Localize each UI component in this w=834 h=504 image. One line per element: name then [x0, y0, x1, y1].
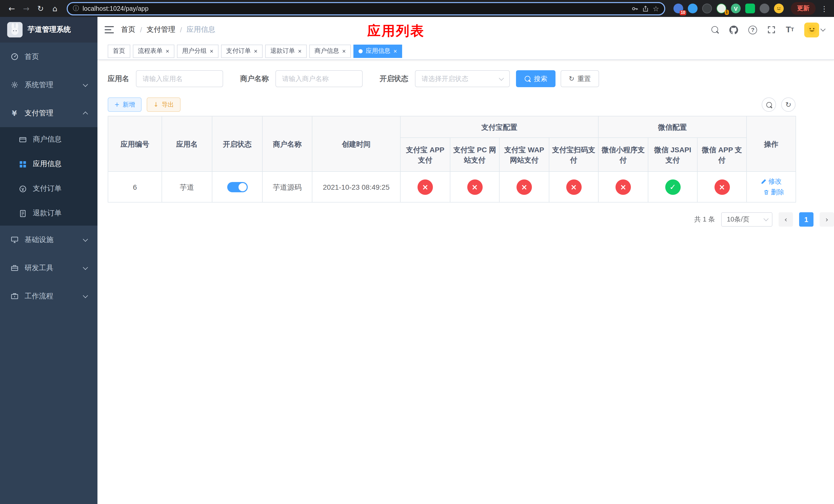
forward-icon[interactable]: →: [20, 2, 33, 15]
col-group-alipay: 支付宝配置: [400, 116, 598, 138]
close-icon[interactable]: ×: [254, 48, 258, 54]
cross-circle-icon: ×: [615, 179, 631, 194]
page-size-select[interactable]: 10条/页: [721, 212, 772, 227]
back-icon[interactable]: ←: [5, 2, 19, 15]
refresh-icon: ↻: [569, 75, 574, 83]
gear-icon: [10, 81, 19, 89]
app-header: 首页 / 支付管理 / 应用信息 应用列表 ? TT: [97, 17, 834, 43]
tab-merchant-info[interactable]: 商户信息 ×: [309, 44, 351, 58]
status-select[interactable]: 请选择开启状态: [415, 70, 510, 87]
export-button[interactable]: ↓ 导出: [147, 97, 180, 112]
alipay-qr-status-cell: ×: [549, 171, 598, 202]
profile-avatar[interactable]: [774, 4, 784, 13]
download-icon: ↓: [153, 101, 158, 108]
extension-icon[interactable]: 10: [674, 4, 683, 13]
tab-app-info[interactable]: 应用信息 ×: [353, 44, 402, 58]
header-search-icon[interactable]: [711, 26, 719, 34]
sidebar-item-pay-order[interactable]: 支付订单: [0, 176, 97, 201]
tab-home[interactable]: 首页: [108, 44, 130, 58]
search-icon: [766, 101, 772, 108]
edit-button[interactable]: 修改: [761, 176, 782, 186]
tab-pay-order[interactable]: 支付订单 ×: [221, 44, 263, 58]
share-icon[interactable]: [642, 5, 649, 12]
tab-user-group[interactable]: 用户分组 ×: [177, 44, 219, 58]
password-key-icon[interactable]: [632, 5, 639, 12]
delete-button[interactable]: 删除: [763, 187, 784, 197]
sidebar-item-label: 系统管理: [25, 80, 53, 90]
sidebar: 芋道管理系统 首页 系统管理 ¥ 支付管理 商户信息: [0, 17, 97, 504]
tab-process-form[interactable]: 流程表单 ×: [133, 44, 174, 58]
wechat-extension-icon[interactable]: [745, 4, 755, 13]
sidebar-collapse-icon[interactable]: [105, 26, 114, 33]
breadcrumb-home[interactable]: 首页: [121, 25, 135, 35]
col-actions: 操作: [747, 116, 796, 171]
app-logo: [7, 22, 23, 38]
vue-devtools-icon[interactable]: V: [731, 4, 741, 13]
search-button[interactable]: 搜索: [516, 70, 555, 87]
browser-menu-icon[interactable]: ⋮: [820, 4, 829, 13]
col-created: 创建时间: [312, 116, 400, 171]
breadcrumb-payment[interactable]: 支付管理: [147, 25, 175, 35]
close-icon[interactable]: ×: [393, 48, 397, 54]
refresh-button[interactable]: ↻: [781, 97, 795, 112]
reset-button[interactable]: ↻ 重置: [561, 70, 599, 87]
extension-icon[interactable]: 1: [717, 4, 726, 13]
sidebar-item-app-info[interactable]: 应用信息: [0, 152, 97, 176]
chevron-down-icon: [83, 82, 88, 87]
browser-update-button[interactable]: 更新: [791, 2, 815, 15]
chevron-down-icon: [83, 293, 88, 298]
bookmark-star-icon[interactable]: ☆: [653, 4, 659, 13]
status-toggle[interactable]: [227, 182, 247, 192]
sidebar-item-system[interactable]: 系统管理: [0, 71, 97, 99]
font-size-icon[interactable]: TT: [786, 26, 794, 34]
sidebar-item-label: 应用信息: [33, 159, 62, 169]
extension-icon[interactable]: [688, 4, 698, 13]
tab-label: 支付订单: [226, 47, 251, 55]
col-alipay-pc: 支付宝 PC 网站支付: [450, 138, 499, 171]
prev-page-button[interactable]: ‹: [778, 212, 793, 227]
col-wx-app: 微信 APP 支付: [697, 138, 747, 171]
close-icon[interactable]: ×: [210, 48, 213, 54]
next-page-button[interactable]: ›: [820, 212, 834, 227]
close-icon[interactable]: ×: [298, 48, 302, 54]
help-icon[interactable]: ?: [748, 25, 757, 34]
add-button[interactable]: + 新增: [108, 97, 141, 112]
sidebar-item-payment[interactable]: ¥ 支付管理: [0, 99, 97, 127]
url-text[interactable]: localhost:1024/pay/app: [83, 5, 628, 12]
merchant-name-input[interactable]: [276, 70, 363, 87]
close-icon[interactable]: ×: [166, 48, 169, 54]
breadcrumb-separator: /: [140, 26, 142, 34]
site-info-icon[interactable]: ⓘ: [73, 4, 79, 13]
page-1-button[interactable]: 1: [799, 212, 813, 227]
address-bar[interactable]: ⓘ localhost:1024/pay/app ☆: [67, 2, 665, 15]
toggle-search-button[interactable]: [762, 97, 776, 112]
sidebar-item-infrastructure[interactable]: 基础设施: [0, 226, 97, 254]
sidebar-item-merchant-info[interactable]: 商户信息: [0, 127, 97, 152]
col-app-id: 应用编号: [108, 116, 162, 171]
col-group-wechat: 微信配置: [598, 116, 747, 138]
user-avatar[interactable]: [804, 22, 825, 37]
sidebar-item-label: 首页: [25, 52, 39, 61]
chevron-up-icon: [83, 112, 88, 117]
sidebar-item-label: 退款订单: [33, 209, 62, 218]
close-icon[interactable]: ×: [342, 48, 346, 54]
reload-icon[interactable]: ↻: [34, 2, 47, 15]
extension-icon[interactable]: [702, 4, 712, 13]
tab-refund-order[interactable]: 退款订单 ×: [265, 44, 307, 58]
alipay-wap-status-cell: ×: [499, 171, 549, 202]
chevron-down-icon: [764, 216, 769, 221]
created-cell: 2021-10-23 08:49:25: [312, 171, 400, 202]
sidebar-item-refund-order[interactable]: 退款订单: [0, 201, 97, 226]
app-table: 应用编号 应用名 开启状态 商户名称 创建时间 支付宝配置 微信配置 操作 支付…: [108, 116, 796, 203]
fullscreen-icon[interactable]: [767, 26, 775, 34]
yen-icon: ¥: [10, 109, 19, 117]
sidebar-item-home[interactable]: 首页: [0, 43, 97, 71]
sidebar-item-workflow[interactable]: 工作流程: [0, 282, 97, 310]
sidebar-item-devtools[interactable]: 研发工具: [0, 254, 97, 282]
status-label: 开启状态: [379, 74, 408, 83]
github-icon[interactable]: [729, 25, 738, 34]
app-name-input[interactable]: [136, 70, 223, 87]
home-icon[interactable]: ⌂: [48, 2, 62, 15]
filter-form: 应用名 商户名称 开启状态 请选择开启状态 搜索 ↻ 重置: [108, 70, 599, 87]
extension-icon[interactable]: [760, 4, 769, 13]
